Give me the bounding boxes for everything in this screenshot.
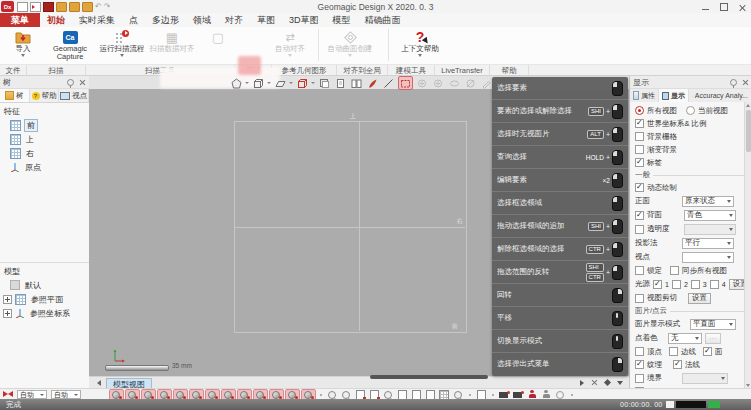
diamond-icon[interactable]	[604, 379, 611, 386]
checkbox-face[interactable]	[703, 347, 712, 356]
tab-live-capture[interactable]: 实时采集	[72, 13, 122, 27]
tab-polygons[interactable]: 多边形	[145, 13, 186, 27]
tree-item-ref-coordinates[interactable]: 参照坐标系	[0, 306, 89, 320]
zoom-lens-icon[interactable]	[326, 390, 339, 400]
tab-help[interactable]: 帮助	[30, 89, 60, 102]
checkbox-light-2[interactable]	[672, 280, 681, 289]
paint-tool-icon[interactable]	[366, 77, 379, 89]
tab-sketch[interactable]: 草图	[250, 13, 282, 27]
checkbox-back-face[interactable]	[635, 211, 644, 220]
split-view-icon[interactable]	[350, 77, 363, 89]
zoom-lens-icon[interactable]	[340, 390, 353, 400]
checkbox-labels[interactable]	[635, 158, 644, 167]
tab-points[interactable]: 点	[122, 13, 145, 27]
tree-item-right-plane[interactable]: 右	[0, 146, 89, 160]
radio-current-view[interactable]	[686, 106, 695, 115]
close-icon[interactable]	[79, 79, 86, 86]
projection-select[interactable]: 平行	[682, 238, 734, 249]
import-folder-icon[interactable]	[56, 2, 67, 12]
chevron-down-icon[interactable]	[267, 82, 271, 84]
tree-item-ref-planes[interactable]: 参照平面	[0, 292, 89, 306]
open-document-icon[interactable]	[30, 2, 41, 12]
expand-plus-icon[interactable]	[3, 309, 12, 318]
checkbox-light-3[interactable]	[691, 280, 700, 289]
tree-item-front-plane[interactable]: 前	[0, 118, 89, 132]
expand-plus-icon[interactable]	[3, 295, 12, 304]
selection-mode-select-1[interactable]: 自动	[17, 390, 47, 399]
cube-view-icon[interactable]	[252, 77, 265, 89]
import-button[interactable]: 导入	[4, 29, 42, 57]
selection-mode-select-2[interactable]: 自动	[51, 390, 81, 399]
zoom-window-icon[interactable]	[382, 390, 395, 400]
pin-icon[interactable]	[67, 79, 74, 86]
light-settings-button[interactable]: 设置	[729, 279, 745, 290]
recent-folder-icon[interactable]	[82, 2, 93, 12]
checkbox-normal[interactable]	[673, 360, 682, 369]
tab-viewpoint[interactable]: 视点	[59, 89, 89, 102]
tab-3d-sketch[interactable]: 3D草图	[282, 13, 326, 27]
back-face-select[interactable]: 青色	[684, 210, 736, 221]
zoom-page-icon[interactable]	[368, 390, 381, 400]
checkbox-transparency[interactable]	[635, 225, 644, 234]
horizontal-scrollbar-thumb[interactable]	[370, 375, 488, 379]
zoom-page-icon[interactable]	[354, 390, 367, 400]
pentagon-view-icon[interactable]	[230, 77, 243, 89]
checkbox-world-coord[interactable]	[635, 119, 644, 128]
checkbox-vertex[interactable]	[635, 347, 644, 356]
circle-select-icon[interactable]	[416, 77, 429, 89]
plane-view-icon[interactable]	[274, 77, 287, 89]
checkbox-texture[interactable]	[635, 360, 644, 369]
view-control-icon[interactable]	[452, 390, 465, 400]
selection-mode-icon[interactable]	[3, 390, 13, 399]
scroll-left-icon[interactable]	[97, 380, 101, 386]
snapshot-icon[interactable]	[512, 390, 525, 400]
tree-item-origin[interactable]: 原点	[0, 160, 89, 174]
circle-select-alt-icon[interactable]	[432, 77, 445, 89]
minimize-icon[interactable]	[702, 9, 709, 10]
chevron-down-icon[interactable]	[289, 82, 293, 84]
tab-accuracy-analyzer[interactable]: Accuracy Analy...	[689, 89, 751, 102]
tree-item-default[interactable]: 默认	[0, 278, 89, 292]
page-tool-icon[interactable]	[334, 77, 347, 89]
checkbox-dynamic-draw[interactable]	[635, 183, 644, 192]
export-folder-icon[interactable]	[69, 2, 80, 12]
rectangle-select-icon[interactable]	[398, 76, 413, 90]
tab-display[interactable]: 显示	[659, 89, 689, 102]
tree-item-top-plane[interactable]: 上	[0, 132, 89, 146]
checkbox-view-clip[interactable]	[635, 294, 644, 303]
mesh-mode-select[interactable]: 平直面	[690, 319, 736, 330]
save-icon[interactable]	[43, 2, 54, 12]
vertical-scrollbar[interactable]	[744, 102, 751, 389]
page-view-icon[interactable]	[410, 390, 423, 400]
undo-icon[interactable]: ↶	[95, 3, 102, 11]
freeform-select-icon[interactable]	[464, 77, 477, 89]
page-copy-icon[interactable]	[475, 390, 488, 400]
checkbox-boundary[interactable]	[635, 374, 644, 383]
line-select-icon[interactable]	[382, 77, 395, 89]
scrollbar-thumb[interactable]	[746, 110, 751, 152]
redo-icon[interactable]: ↷	[104, 3, 111, 11]
user-view-icon[interactable]	[540, 390, 553, 400]
close-icon[interactable]	[739, 4, 746, 11]
checkbox-edge[interactable]	[669, 347, 678, 356]
chevron-down-icon[interactable]	[245, 82, 249, 84]
user-view-red-icon[interactable]	[526, 390, 539, 400]
circle-view-icon[interactable]	[554, 390, 567, 400]
tab-region[interactable]: 领域	[186, 13, 218, 27]
maximize-icon[interactable]	[720, 3, 728, 11]
red-cube-view-icon[interactable]	[296, 77, 309, 89]
chevron-down-icon[interactable]	[311, 82, 315, 84]
close-icon[interactable]	[591, 379, 598, 386]
run-scan-process-button[interactable]: 运行扫描流程	[98, 29, 146, 57]
play-icon[interactable]	[580, 380, 584, 386]
chevron-down-icon[interactable]	[617, 381, 623, 385]
close-icon[interactable]	[742, 79, 749, 86]
menu-button[interactable]: 菜单	[0, 13, 40, 27]
checkbox-light-1[interactable]	[653, 280, 662, 289]
scroll-down-icon[interactable]	[746, 384, 750, 387]
context-help-button[interactable]: ? 上下文帮助	[396, 29, 444, 57]
record-video-icon[interactable]	[498, 390, 511, 400]
tab-alignment[interactable]: 对齐	[218, 13, 250, 27]
stamp-tool-icon[interactable]	[318, 77, 331, 89]
page-view-icon[interactable]	[396, 390, 409, 400]
